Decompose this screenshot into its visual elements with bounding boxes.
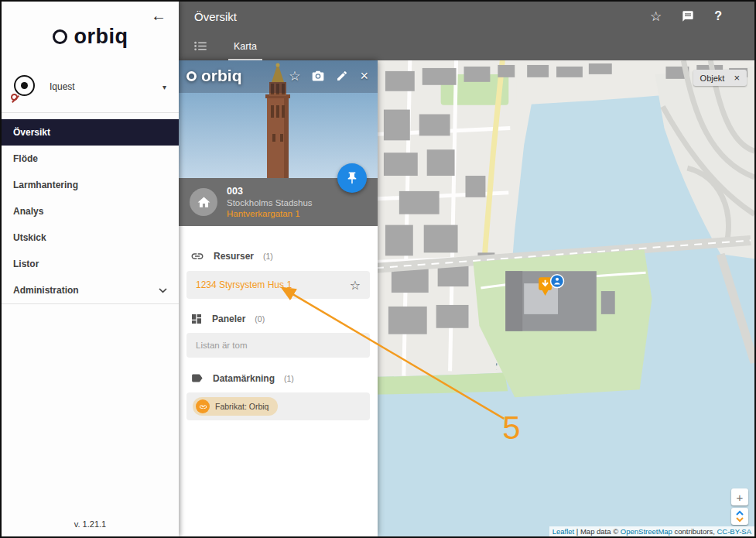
license-link[interactable]: CC-BY-SA: [717, 527, 751, 536]
tags-row: Fabrikat: Orbiq: [186, 392, 370, 420]
panels-empty-state: Listan är tom: [186, 333, 370, 358]
sidebar: ← orbiq Iquest ▾ Översikt Flöde Larmhant…: [2, 2, 179, 536]
tag-link-icon: [196, 399, 210, 413]
attribution-text: | Map data ©: [574, 527, 621, 536]
panels-count: (0): [255, 314, 265, 324]
sidebar-item-analys[interactable]: Analys: [2, 198, 179, 224]
camera-icon[interactable]: [312, 70, 324, 81]
tag-chip-label: Fabrikat: Orbiq: [215, 402, 269, 411]
favorite-star-icon[interactable]: ☆: [289, 68, 300, 84]
objekt-filter-chip[interactable]: Objekt ×: [693, 70, 747, 86]
home-icon: [197, 195, 211, 210]
tags-count: (1): [284, 374, 294, 383]
account-selector[interactable]: Iquest ▾: [2, 75, 179, 111]
pin-button[interactable]: [337, 163, 367, 193]
resource-name: 1234 Styrsystem Hus 1: [196, 279, 292, 290]
empty-text: Listan är tom: [196, 341, 247, 350]
objekt-label: Objekt: [700, 74, 725, 83]
orbiq-logo-ring-icon: [53, 29, 67, 44]
object-detail-panel: orbiq ☆ × 003: [179, 60, 378, 536]
link-icon: [190, 249, 204, 263]
sidebar-item-label: Larmhantering: [13, 180, 78, 190]
sidebar-item-larmhantering[interactable]: Larmhantering: [2, 172, 179, 198]
favorite-star-icon[interactable]: ☆: [650, 10, 662, 23]
osm-link[interactable]: OpenStreetMap: [621, 527, 672, 536]
app-version: v. 1.21.1: [2, 512, 179, 536]
sidebar-item-label: Utskick: [13, 232, 46, 243]
main-area: Översikt ☆ ? Karta: [179, 2, 754, 536]
panel-orbiq-logo: orbiq: [186, 67, 242, 85]
object-address: Hantverkargatan 1: [227, 209, 313, 218]
sidebar-nav: Översikt Flöde Larmhantering Analys Utsk…: [2, 112, 179, 304]
page-title: Översikt: [194, 10, 237, 23]
account-logo-icon: [14, 75, 37, 98]
dashboard-icon: [190, 313, 203, 325]
map-controls: +: [731, 488, 748, 525]
caret-down-icon: ▾: [162, 83, 166, 91]
leaflet-link[interactable]: Leaflet: [552, 527, 575, 536]
panels-label: Paneler: [212, 314, 245, 324]
tags-section-header: Datamärkning (1): [179, 372, 378, 385]
feedback-chat-icon[interactable]: [682, 10, 694, 22]
collapse-control-button[interactable]: [731, 508, 748, 525]
sidebar-item-label: Översikt: [13, 127, 50, 138]
tab-bar: Karta: [179, 31, 754, 60]
tag-icon: [190, 372, 204, 385]
orbiq-logo: orbiq: [2, 25, 179, 49]
account-name: Iquest: [50, 81, 75, 92]
help-icon[interactable]: ?: [714, 10, 722, 22]
object-name: Stockholms Stadshus: [227, 198, 313, 207]
tags-label: Datamärkning: [213, 373, 275, 384]
sidebar-item-label: Listor: [13, 259, 39, 269]
sidebar-item-administration[interactable]: Administration: [2, 277, 179, 303]
object-id: 003: [227, 186, 313, 197]
sidebar-item-label: Analys: [13, 206, 43, 217]
attribution-text: contributors,: [672, 527, 717, 536]
back-arrow-icon[interactable]: ←: [151, 8, 166, 23]
resources-section-header: Resurser (1): [179, 249, 378, 263]
close-icon[interactable]: ×: [734, 72, 740, 84]
close-icon[interactable]: ×: [360, 68, 368, 84]
tab-karta[interactable]: Karta: [228, 41, 262, 60]
resource-list-item[interactable]: 1234 Styrsystem Hus 1 ☆: [186, 271, 370, 299]
map-marker-badge[interactable]: [551, 275, 564, 288]
panels-section-header: Paneler (0): [179, 313, 378, 325]
sidebar-item-label: Flöde: [13, 153, 38, 164]
edit-pencil-icon[interactable]: [336, 70, 348, 82]
favorite-star-icon[interactable]: ☆: [350, 278, 361, 293]
list-view-icon[interactable]: [194, 41, 207, 51]
resources-label: Resurser: [214, 251, 254, 262]
zoom-in-button[interactable]: +: [731, 488, 748, 505]
panel-body: Resurser (1) 1234 Styrsystem Hus 1 ☆ Pan…: [179, 226, 378, 536]
sidebar-item-utskick[interactable]: Utskick: [2, 224, 179, 251]
sidebar-item-oversikt[interactable]: Översikt: [2, 119, 179, 146]
object-info-bar: 003 Stockholms Stadshus Hantverkargatan …: [179, 178, 378, 226]
tag-chip[interactable]: Fabrikat: Orbiq: [193, 397, 278, 416]
orbiq-logo-ring-icon: [186, 71, 197, 81]
content-area: Objekt × + Leaflet | Map data © OpenStre…: [179, 60, 754, 536]
object-avatar: [190, 188, 217, 216]
orbiq-logo-text: orbiq: [201, 67, 242, 85]
sidebar-item-label: Administration: [13, 285, 79, 296]
top-header: Översikt ☆ ?: [179, 2, 754, 31]
object-photo: orbiq ☆ ×: [179, 60, 378, 178]
sidebar-item-listor[interactable]: Listor: [2, 251, 179, 277]
sidebar-item-flode[interactable]: Flöde: [2, 146, 179, 172]
pushpin-icon: [345, 171, 359, 185]
map-attribution: Leaflet | Map data © OpenStreetMap contr…: [549, 526, 754, 536]
orbiq-logo-text: orbiq: [74, 25, 128, 49]
chevron-down-icon: [159, 288, 167, 293]
app-window: ← orbiq Iquest ▾ Översikt Flöde Larmhant…: [0, 0, 756, 538]
resources-count: (1): [263, 252, 273, 261]
